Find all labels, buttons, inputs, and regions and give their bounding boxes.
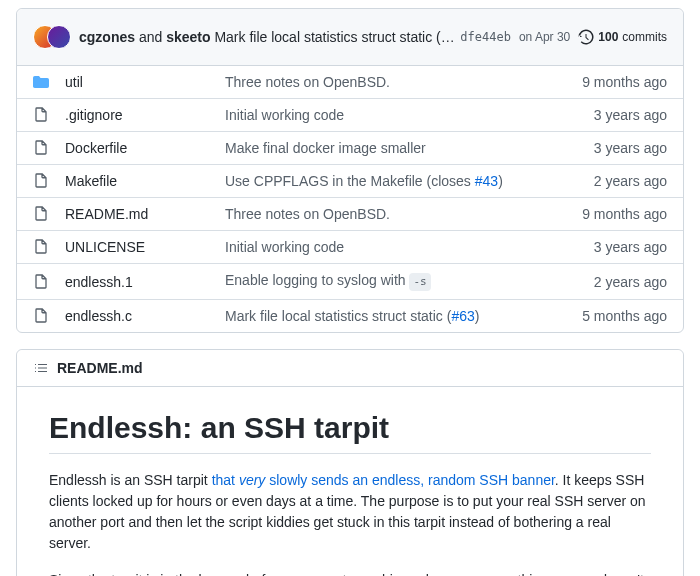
paragraph: Endlessh is an SSH tarpit that very slow… (49, 470, 651, 554)
commit-message[interactable]: Enable logging to syslog with -s (225, 272, 557, 291)
commit-date: on Apr 30 (519, 30, 570, 44)
issue-link[interactable]: #43 (475, 173, 498, 189)
commit-count: 100 (598, 30, 618, 44)
commit-message[interactable]: Initial working code (225, 107, 557, 123)
latest-commit-bar: cgzones and skeeto Mark file local stati… (17, 9, 683, 66)
avatar (47, 25, 71, 49)
file-row: .gitignoreInitial working code3 years ag… (17, 98, 683, 131)
author-link[interactable]: cgzones (79, 29, 135, 45)
file-name[interactable]: endlessh.c (65, 308, 225, 324)
file-age: 5 months ago (557, 308, 667, 324)
author-avatars[interactable] (33, 25, 71, 49)
file-name[interactable]: util (65, 74, 225, 90)
folder-icon (33, 74, 49, 90)
file-icon (33, 239, 49, 255)
file-name[interactable]: README.md (65, 206, 225, 222)
history-icon (578, 29, 594, 45)
file-icon (33, 140, 49, 156)
readme-header: README.md (17, 350, 683, 387)
file-row: README.mdThree notes on OpenBSD.9 months… (17, 197, 683, 230)
commit-message[interactable]: Use CPPFLAGS in the Makefile (closes #43… (225, 173, 557, 189)
list-icon[interactable] (33, 360, 49, 376)
file-row: endlessh.cMark file local statistics str… (17, 299, 683, 332)
text: and (139, 29, 162, 45)
file-age: 9 months ago (557, 206, 667, 222)
paragraph: Since the tarpit is in the banner before… (49, 570, 651, 576)
link-banner[interactable]: that very slowly sends an endless, rando… (212, 472, 555, 488)
file-icon (33, 173, 49, 189)
file-age: 2 years ago (557, 274, 667, 290)
file-name[interactable]: UNLICENSE (65, 239, 225, 255)
commit-message[interactable]: Initial working code (225, 239, 557, 255)
file-row: UNLICENSEInitial working code3 years ago (17, 230, 683, 263)
file-icon (33, 206, 49, 222)
issue-link[interactable]: #63 (451, 308, 474, 324)
file-row: DockerfileMake final docker image smalle… (17, 131, 683, 164)
file-age: 2 years ago (557, 173, 667, 189)
file-row: MakefileUse CPPFLAGS in the Makefile (cl… (17, 164, 683, 197)
readme-title: Endlessh: an SSH tarpit (49, 411, 651, 454)
commit-message[interactable]: Make final docker image smaller (225, 140, 557, 156)
file-icon (33, 308, 49, 324)
file-row: utilThree notes on OpenBSD.9 months ago (17, 66, 683, 98)
readme-filename[interactable]: README.md (57, 360, 143, 376)
file-icon (33, 107, 49, 123)
file-row: endlessh.1Enable logging to syslog with … (17, 263, 683, 299)
commit-message[interactable]: Three notes on OpenBSD. (225, 74, 557, 90)
file-age: 3 years ago (557, 239, 667, 255)
file-age: 9 months ago (557, 74, 667, 90)
file-name[interactable]: endlessh.1 (65, 274, 225, 290)
file-name[interactable]: .gitignore (65, 107, 225, 123)
commit-message[interactable]: Mark file local statistics struct static… (225, 308, 557, 324)
file-age: 3 years ago (557, 140, 667, 156)
commit-sha[interactable]: dfe44eb (460, 30, 511, 44)
author-link[interactable]: skeeto (166, 29, 210, 45)
commits-link[interactable]: 100 commits (578, 29, 667, 45)
text: Mark file local statistics struct static… (214, 29, 454, 45)
file-age: 3 years ago (557, 107, 667, 123)
commit-message[interactable]: cgzones and skeeto Mark file local stati… (79, 29, 460, 45)
readme-body: Endlessh: an SSH tarpit Endlessh is an S… (17, 387, 683, 576)
file-list: utilThree notes on OpenBSD.9 months ago.… (17, 66, 683, 332)
file-name[interactable]: Dockerfile (65, 140, 225, 156)
commit-message[interactable]: Three notes on OpenBSD. (225, 206, 557, 222)
flag-tag: -s (409, 273, 430, 291)
readme-box: README.md Endlessh: an SSH tarpit Endles… (16, 349, 684, 576)
text: commits (622, 30, 667, 44)
file-name[interactable]: Makefile (65, 173, 225, 189)
file-icon (33, 274, 49, 290)
